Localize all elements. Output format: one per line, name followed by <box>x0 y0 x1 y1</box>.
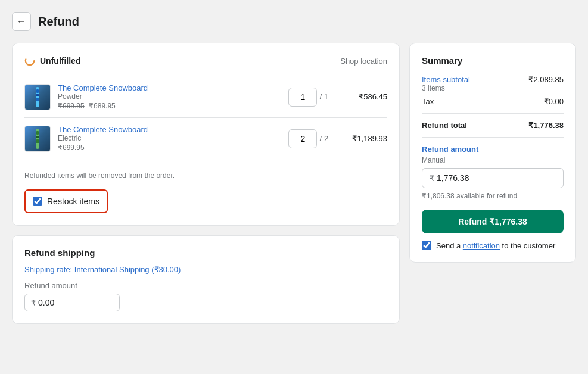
currency-symbol: ₹ <box>31 298 36 307</box>
manual-label: Manual <box>422 156 564 164</box>
items-count: 3 items <box>422 84 470 92</box>
qty-input-group-1: / 1 <box>288 88 338 107</box>
refund-note: Refunded items will be removed from the … <box>24 164 387 180</box>
svg-rect-3 <box>36 94 39 96</box>
refund-amount-section-label: Refund amount <box>422 145 564 154</box>
shipping-amount-input-wrapper: ₹ <box>24 294 120 311</box>
product-row: The Complete Snowboard Powder ₹699.95 ₹6… <box>24 76 387 117</box>
shop-location: Shop location <box>340 57 387 66</box>
summary-currency-symbol: ₹ <box>430 174 434 183</box>
summary-row-subtotal: Items subtotal 3 items ₹2,089.85 <box>422 75 564 92</box>
line-price-1: ₹586.45 <box>346 92 387 101</box>
refund-amount-section: Refund amount Manual ₹ ₹1,806.38 availab… <box>422 145 564 200</box>
main-layout: Unfulfilled Shop location The Complete S… <box>12 43 576 324</box>
summary-row-total: Refund total ₹1,776.38 <box>422 121 564 130</box>
product-info-1: The Complete Snowboard Powder ₹699.95 ₹6… <box>58 83 281 110</box>
snowboard-image-icon <box>34 86 41 108</box>
svg-rect-6 <box>36 131 39 135</box>
page-header: ← Refund <box>12 12 576 31</box>
back-button[interactable]: ← <box>12 12 31 31</box>
refund-button[interactable]: Refund ₹1,776.38 <box>422 210 564 233</box>
notification-link[interactable]: notification <box>463 241 500 250</box>
svg-rect-7 <box>36 136 39 138</box>
restock-label[interactable]: Restock items <box>47 197 99 206</box>
refund-total-label: Refund total <box>422 121 467 130</box>
product-prices-2: ₹699.95 <box>58 144 281 152</box>
qty-total-1: 1 <box>324 92 338 101</box>
product-variant-1: Powder <box>58 92 281 101</box>
qty-input-1[interactable] <box>288 88 317 107</box>
items-subtotal-label: Items subtotal <box>422 75 470 84</box>
right-column: Summary Items subtotal 3 items ₹2,089.85… <box>409 43 576 324</box>
refund-shipping-card: Refund shipping Shipping rate: Internati… <box>12 235 400 324</box>
page-title: Refund <box>38 15 79 29</box>
price-original-1: ₹699.95 <box>58 102 85 110</box>
summary-divider-2 <box>422 137 564 138</box>
product-prices-1: ₹699.95 ₹689.95 <box>58 102 281 110</box>
unfulfilled-title: Unfulfilled <box>24 55 80 66</box>
summary-card: Summary Items subtotal 3 items ₹2,089.85… <box>409 43 576 263</box>
restock-section: Restock items <box>24 189 108 213</box>
product-name-1[interactable]: The Complete Snowboard <box>58 83 281 92</box>
available-text: ₹1,806.38 available for refund <box>422 192 564 200</box>
notification-checkbox[interactable] <box>422 241 431 250</box>
product-image-2 <box>24 126 51 152</box>
product-name-2[interactable]: The Complete Snowboard <box>58 125 281 134</box>
price-only-2: ₹699.95 <box>58 144 85 152</box>
product-info-2: The Complete Snowboard Electric ₹699.95 <box>58 125 281 152</box>
product-image-1 <box>24 84 51 110</box>
summary-row-tax: Tax ₹0.00 <box>422 97 564 106</box>
svg-rect-4 <box>36 98 39 101</box>
tax-value: ₹0.00 <box>544 97 564 106</box>
refund-total-value: ₹1,776.38 <box>528 121 564 130</box>
qty-input-group-2: / 2 <box>288 129 338 148</box>
notification-row: Send a notification to the customer <box>422 241 564 250</box>
notification-text: Send a notification to the customer <box>436 241 555 250</box>
price-sale-1: ₹689.95 <box>89 102 116 110</box>
unfulfilled-header: Unfulfilled Shop location <box>24 55 387 66</box>
shipping-amount-input[interactable] <box>38 298 113 307</box>
product-row-2: The Complete Snowboard Electric ₹699.95 … <box>24 117 387 159</box>
summary-amount-input[interactable] <box>437 173 556 183</box>
svg-rect-2 <box>36 89 39 93</box>
qty-total-2: 2 <box>324 134 338 143</box>
refund-amount-label: Refund amount <box>24 281 387 290</box>
snowboard-image-icon-2 <box>34 127 41 150</box>
refund-shipping-title: Refund shipping <box>24 248 387 258</box>
summary-divider <box>422 113 564 114</box>
svg-point-0 <box>26 57 34 65</box>
shipping-rate[interactable]: Shipping rate: International Shipping (₹… <box>24 265 387 274</box>
tax-label: Tax <box>422 97 434 106</box>
summary-input-wrapper: ₹ <box>422 168 564 188</box>
svg-rect-8 <box>36 139 39 143</box>
left-column: Unfulfilled Shop location The Complete S… <box>12 43 400 324</box>
summary-title: Summary <box>422 55 564 66</box>
product-variant-2: Electric <box>58 134 281 142</box>
items-subtotal-value: ₹2,089.85 <box>528 75 564 84</box>
line-price-2: ₹1,189.93 <box>346 134 387 143</box>
restock-checkbox[interactable] <box>33 197 42 206</box>
spinner-icon <box>24 55 35 66</box>
unfulfilled-card: Unfulfilled Shop location The Complete S… <box>12 43 400 226</box>
qty-input-2[interactable] <box>288 129 317 148</box>
